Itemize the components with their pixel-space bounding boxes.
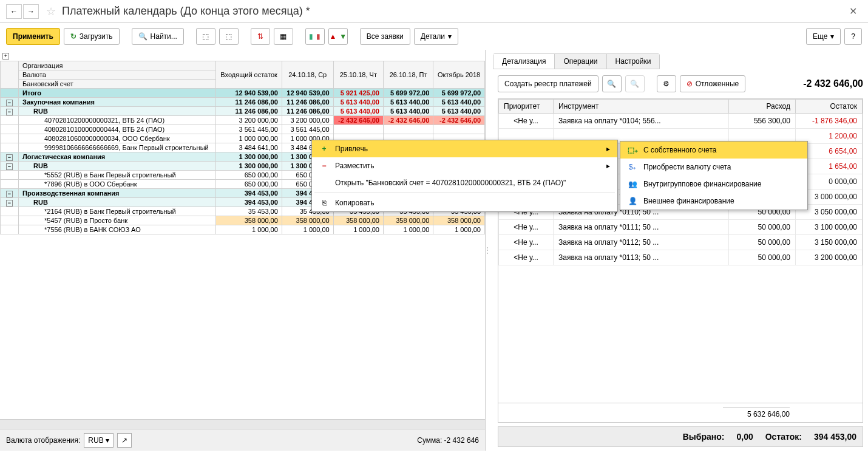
col-d3[interactable]: 26.10.18, Пт	[383, 61, 433, 89]
toolbar-icon-2[interactable]: ⬚	[219, 28, 239, 45]
cell-value[interactable]: 358 000,00	[333, 216, 383, 225]
col-balance[interactable]: Остаток	[796, 100, 863, 114]
grid-row[interactable]: −RUB11 246 086,0011 246 086,005 613 440,…	[1, 107, 485, 116]
cell-value[interactable]: 394 453,00	[216, 198, 282, 207]
apply-button[interactable]: Применить	[6, 28, 60, 45]
cell-value[interactable]	[333, 125, 383, 134]
col-expense[interactable]: Расход	[729, 100, 796, 114]
cell-value[interactable]: 5 613 440,00	[433, 98, 485, 107]
grid-row[interactable]: 40702810200000000321, ВТБ 24 (ПАО)3 200 …	[1, 116, 485, 125]
ctx-buy-currency[interactable]: $₊ Приобрести валюту счета	[620, 159, 807, 176]
cell-value[interactable]: 12 940 539,00	[282, 89, 333, 98]
tab-operations[interactable]: Операции	[555, 54, 606, 69]
tree-toggle-icon[interactable]: −	[6, 154, 13, 161]
cell-value[interactable]: 1 000,00	[216, 225, 282, 234]
cell-value[interactable]: 5 699 972,00	[433, 89, 485, 98]
cell-value[interactable]: 3 484 641,00	[216, 143, 282, 152]
cell-value[interactable]	[433, 125, 485, 134]
cell-value[interactable]: 1 300 000,00	[216, 162, 282, 171]
detail-row[interactable]: <Не у...Заявка на оплату *0104; 556...55…	[499, 114, 863, 129]
col-incoming[interactable]: Входящий остаток	[216, 61, 282, 89]
cell-value[interactable]: 1 000 000,00	[216, 134, 282, 143]
tab-detail[interactable]: Детализация	[493, 54, 555, 69]
ctx-intragroup[interactable]: 👥 Внутригрупповое финансирование	[620, 176, 807, 193]
cell-value[interactable]: 650 000,00	[216, 171, 282, 180]
cell-value[interactable]: 394 453,00	[216, 189, 282, 198]
cell-value[interactable]: -2 432 646,00	[333, 116, 383, 125]
ctx-external[interactable]: 👤 Внешнее финансирование	[620, 193, 807, 210]
gear-icon-button[interactable]: ⚙	[657, 75, 676, 92]
grid-row[interactable]: 40802810100000000444, ВТБ 24 (ПАО)3 561 …	[1, 125, 485, 134]
col-d2[interactable]: 25.10.18, Чт	[333, 61, 383, 89]
cell-value[interactable]: 5 613 440,00	[333, 98, 383, 107]
grid-row[interactable]: Итого12 940 539,0012 940 539,005 921 425…	[1, 89, 485, 98]
ctx-copy[interactable]: ⎘ Копировать	[312, 194, 617, 211]
cell-value[interactable]: 358 000,00	[216, 216, 282, 225]
cell-value[interactable]: -2 432 646,00	[433, 116, 485, 125]
calendar-grid[interactable]: Организация Входящий остаток 24.10.18, С…	[0, 61, 485, 419]
tab-settings[interactable]: Настройки	[607, 54, 660, 69]
chart-icon-button[interactable]: ▮▮	[305, 28, 325, 45]
cell-value[interactable]: 5 613 440,00	[383, 98, 433, 107]
favorite-star-icon[interactable]: ☆	[46, 5, 56, 18]
tree-toggle-icon[interactable]: −	[6, 191, 13, 197]
cell-value[interactable]: 5 613 440,00	[433, 107, 485, 116]
detail-row[interactable]: <Не у...Заявка на оплату *0112; 50 ...50…	[499, 235, 863, 250]
ctx-attract[interactable]: + Привлечь ▸	[312, 140, 617, 157]
cell-value[interactable]: 35 453,00	[216, 207, 282, 216]
help-button[interactable]: ?	[844, 28, 862, 45]
cell-value[interactable]: 12 940 539,00	[216, 89, 282, 98]
col-instrument[interactable]: Инструмент	[554, 100, 729, 114]
toolbar-icon-1[interactable]: ⬚	[196, 28, 215, 45]
ctx-open[interactable]: Открыть "Банковский счет = 4070281020000…	[312, 174, 617, 191]
ctx-place[interactable]: − Разместить ▸	[312, 157, 617, 174]
cell-value[interactable]: 5 921 425,00	[333, 89, 383, 98]
col-currency[interactable]: Валюта	[19, 70, 216, 80]
cell-value[interactable]: 1 300 000,00	[216, 152, 282, 162]
tree-toggle-icon[interactable]: −	[6, 100, 13, 106]
cell-value[interactable]: 3 200 000,00	[216, 116, 282, 125]
col-d1[interactable]: 24.10.18, Ср	[282, 61, 333, 89]
detail-row[interactable]: <Не у...Заявка на оплату *0111; 50 ...50…	[499, 220, 863, 235]
sort-icon-button[interactable]: ▲▼	[328, 28, 348, 45]
tree-toggle-icon[interactable]: −	[6, 200, 13, 207]
col-month[interactable]: Октябрь 2018	[433, 61, 485, 89]
details-button[interactable]: Детали▾	[414, 28, 458, 45]
display-currency-select[interactable]: RUB ▾	[84, 433, 114, 448]
close-icon[interactable]: ✕	[844, 3, 862, 19]
cell-value[interactable]: 11 246 086,00	[282, 107, 333, 116]
load-button[interactable]: ↻Загрузить	[64, 28, 120, 45]
grid-row[interactable]: −Закупочная компания11 246 086,0011 246 …	[1, 98, 485, 107]
cell-value[interactable]: 650 000,00	[216, 180, 282, 189]
cell-value[interactable]: 358 000,00	[282, 216, 333, 225]
cell-value[interactable]: 1 000,00	[282, 225, 333, 234]
cell-value[interactable]: 358 000,00	[383, 216, 433, 225]
tree-toggle-icon[interactable]: −	[6, 109, 13, 115]
col-priority[interactable]: Приоритет	[499, 100, 554, 114]
grid-row[interactable]: *5457 (RUB) в Просто банк358 000,00358 0…	[1, 216, 485, 225]
col-account[interactable]: Банковский счет	[19, 80, 216, 89]
expand-all-icon[interactable]: +	[2, 53, 9, 60]
currency-open-button[interactable]: ↗	[117, 433, 132, 448]
nav-back-button[interactable]: ←	[6, 4, 22, 19]
deferred-button[interactable]: ⊘Отложенные	[680, 75, 746, 92]
cell-value[interactable]: 3 561 445,00	[282, 125, 333, 134]
nav-forward-button[interactable]: →	[23, 4, 39, 19]
cell-value[interactable]: 358 000,00	[433, 216, 485, 225]
search-icon-button[interactable]: 🔍	[602, 75, 622, 92]
cell-value[interactable]	[383, 125, 433, 134]
tree-toggle-icon[interactable]: −	[6, 163, 13, 170]
cell-value[interactable]: 3 561 445,00	[216, 125, 282, 134]
toolbar-icon-3[interactable]: ⇅	[251, 28, 270, 45]
cell-value[interactable]: -2 432 646,00	[383, 116, 433, 125]
toolbar-icon-4[interactable]: ▦	[274, 28, 293, 45]
cell-value[interactable]: 11 246 086,00	[216, 107, 282, 116]
cell-value[interactable]: 3 200 000,00	[282, 116, 333, 125]
cell-value[interactable]: 5 613 440,00	[383, 107, 433, 116]
ctx-own-account[interactable]: ⬚₊ С собственного счета	[620, 142, 807, 159]
cell-value[interactable]: 11 246 086,00	[282, 98, 333, 107]
more-button[interactable]: Еще▾	[806, 28, 841, 45]
cell-value[interactable]: 11 246 086,00	[216, 98, 282, 107]
cell-value[interactable]: 1 000,00	[433, 225, 485, 234]
all-requests-button[interactable]: Все заявки	[360, 28, 410, 45]
